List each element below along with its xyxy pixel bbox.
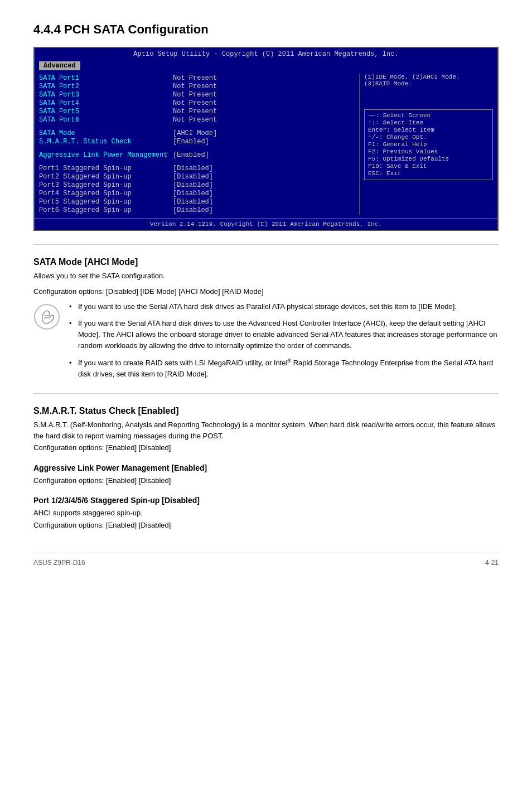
bios-port-label: SATA Port3 — [39, 91, 173, 99]
bios-key-hint: +/-: Change Opt. — [368, 134, 489, 141]
bios-sata-mode-row: SATA Mode [AHCI Mode] — [39, 129, 354, 137]
bios-stagger-row: Port4 Staggered Spin-up[Disabled] — [39, 190, 354, 197]
smart-heading: S.M.A.R.T. Status Check [Enabled] — [33, 406, 499, 416]
bios-port-row: SATA Port3Not Present — [39, 91, 354, 99]
bios-port-label: SATA Port5 — [39, 108, 173, 115]
bios-key-hint: F5: Optimized Defaults — [368, 156, 489, 162]
section-smart: S.M.A.R.T. Status Check [Enabled] S.M.A.… — [33, 406, 499, 453]
bios-stagger-label: Port6 Staggered Spin-up — [39, 206, 173, 214]
bios-tab-advanced[interactable]: Advanced — [39, 61, 80, 70]
smart-desc: S.M.A.R.T. (Self-Monitoring, Analysis an… — [33, 419, 499, 453]
bios-stagger-label: Port4 Staggered Spin-up — [39, 190, 173, 197]
bios-key-hint: F10: Save & Exit — [368, 163, 489, 170]
sata-mode-bullet: If you want to create RAID sets with LSI… — [69, 357, 499, 380]
section-alpm: Aggressive Link Power Management [Enable… — [33, 463, 499, 486]
bios-tab-bar: Advanced — [35, 60, 497, 70]
sata-mode-desc2: Configuration options: [Disabled] [IDE M… — [33, 286, 499, 297]
bios-key-hint: ESC: Exit — [368, 170, 489, 177]
sata-mode-desc1: Allows you to set the SATA configuration… — [33, 270, 499, 282]
page-title: 4.4.4 PCH SATA Configuration — [33, 22, 499, 37]
bios-keys-box: →←: Select Screen↑↓: Select ItemEnter: S… — [364, 109, 493, 180]
bios-port-label: SATA Port2 — [39, 83, 173, 90]
bios-port-value: Not Present — [173, 91, 217, 99]
sata-mode-bullets: If you want to use the Serial ATA hard d… — [69, 301, 499, 385]
bios-stagger-value[interactable]: [Disabled] — [173, 173, 213, 181]
bios-hint-line: (1)IDE Mode. (2)AHCI Mode. — [364, 74, 493, 80]
alpm-desc: Configuration options: [Enabled] [Disabl… — [33, 475, 499, 486]
page-footer: ASUS Z9PR-D16 4-21 — [33, 553, 499, 567]
bios-stagger-value[interactable]: [Disabled] — [173, 206, 213, 214]
bios-stagger-row: Port6 Staggered Spin-up[Disabled] — [39, 206, 354, 214]
bios-stagger-value[interactable]: [Disabled] — [173, 190, 213, 197]
bios-stagger-value[interactable]: [Disabled] — [173, 198, 213, 206]
bios-header: Aptio Setup Utility - Copyright (C) 2011… — [35, 48, 497, 60]
section-spinup: Port 1/2/3/4/5/6 Staggered Spin-up [Disa… — [33, 496, 499, 530]
bios-alpm-value[interactable]: [Enabled] — [173, 151, 209, 159]
bios-port-row: SATA Port6Not Present — [39, 116, 354, 124]
spinup-desc-line: AHCI supports staggered spin-up. — [33, 508, 499, 519]
bios-stagger-container: Port1 Staggered Spin-up[Disabled]Port2 S… — [39, 165, 354, 214]
bios-smart-value[interactable]: [Enabled] — [173, 138, 209, 146]
bios-port-label: SATA Port6 — [39, 116, 173, 124]
info-icon — [33, 303, 61, 332]
sata-mode-bullet: If you want to use the Serial ATA hard d… — [69, 301, 499, 312]
bios-body: SATA Port1Not PresentSATA Port2Not Prese… — [35, 70, 497, 218]
alpm-heading: Aggressive Link Power Management [Enable… — [33, 463, 499, 472]
bios-stagger-label: Port5 Staggered Spin-up — [39, 198, 173, 206]
bios-key-hint: F1: General Help — [368, 141, 489, 148]
bios-port-value: Not Present — [173, 74, 217, 82]
bios-right: (1)IDE Mode. (2)AHCI Mode.(3)RAID Mode. … — [359, 74, 493, 215]
bios-stagger-label: Port1 Staggered Spin-up — [39, 165, 173, 172]
bios-key-hint: F2: Previous Values — [368, 148, 489, 155]
footer-right: 4-21 — [485, 559, 499, 567]
bios-stagger-row: Port3 Staggered Spin-up[Disabled] — [39, 181, 354, 189]
bios-sata-mode-label: SATA Mode — [39, 129, 173, 137]
bios-stagger-label: Port3 Staggered Spin-up — [39, 181, 173, 189]
bios-left: SATA Port1Not PresentSATA Port2Not Prese… — [39, 74, 359, 215]
bios-port-value: Not Present — [173, 99, 217, 107]
bios-stagger-value[interactable]: [Disabled] — [173, 165, 213, 172]
bios-stagger-row: Port2 Staggered Spin-up[Disabled] — [39, 173, 354, 181]
svg-point-0 — [35, 305, 59, 329]
bios-footer: Version 2.14.1219. Copyright (C) 2011 Am… — [35, 218, 497, 230]
bios-port-row: SATA Port5Not Present — [39, 108, 354, 115]
bios-key-hint: ↑↓: Select Item — [368, 119, 489, 126]
smart-desc-line: S.M.A.R.T. (Self-Monitoring, Analysis an… — [33, 419, 499, 441]
divider-2 — [33, 393, 499, 394]
bios-stagger-row: Port1 Staggered Spin-up[Disabled] — [39, 165, 354, 172]
bios-key-hint: Enter: Select Item — [368, 127, 489, 133]
bios-right-hint: (1)IDE Mode. (2)AHCI Mode.(3)RAID Mode. — [364, 74, 493, 87]
sata-mode-info-box: If you want to use the Serial ATA hard d… — [33, 301, 499, 385]
footer-left: ASUS Z9PR-D16 — [33, 559, 85, 567]
divider-1 — [33, 244, 499, 245]
bios-port-value: Not Present — [173, 108, 217, 115]
bios-stagger-row: Port5 Staggered Spin-up[Disabled] — [39, 198, 354, 206]
bios-stagger-value[interactable]: [Disabled] — [173, 181, 213, 189]
bios-smart-row: S.M.A.R.T. Status Check [Enabled] — [39, 138, 354, 146]
bios-port-row: SATA Port4Not Present — [39, 99, 354, 107]
bios-port-value: Not Present — [173, 83, 217, 90]
section-sata-mode: SATA Mode [AHCI Mode] Allows you to set … — [33, 257, 499, 385]
bios-port-row: SATA Port2Not Present — [39, 83, 354, 90]
sata-mode-bullet: If you want the Serial ATA hard disk dri… — [69, 318, 499, 351]
bios-sata-mode-value[interactable]: [AHCI Mode] — [173, 129, 217, 137]
bios-port-label: SATA Port4 — [39, 99, 173, 107]
bios-port-row: SATA Port1Not Present — [39, 74, 354, 82]
bios-key-hint: →←: Select Screen — [368, 112, 489, 119]
spinup-heading: Port 1/2/3/4/5/6 Staggered Spin-up [Disa… — [33, 496, 499, 505]
bios-port-label: SATA Port1 — [39, 74, 173, 82]
spinup-desc-line: Configuration options: [Enabled] [Disabl… — [33, 520, 499, 531]
bios-hint-line: (3)RAID Mode. — [364, 80, 493, 87]
bios-stagger-label: Port2 Staggered Spin-up — [39, 173, 173, 181]
sata-mode-heading: SATA Mode [AHCI Mode] — [33, 257, 499, 267]
bios-port-value: Not Present — [173, 116, 217, 124]
bios-screen: Aptio Setup Utility - Copyright (C) 2011… — [33, 47, 499, 231]
bios-ports: SATA Port1Not PresentSATA Port2Not Prese… — [39, 74, 354, 124]
bios-alpm-row: Aggressive Link Power Management [Enable… — [39, 151, 354, 159]
bios-smart-label: S.M.A.R.T. Status Check — [39, 138, 173, 146]
spinup-desc: AHCI supports staggered spin-up.Configur… — [33, 508, 499, 530]
bios-alpm-label: Aggressive Link Power Management — [39, 151, 173, 159]
smart-desc-line: Configuration options: [Enabled] [Disabl… — [33, 442, 499, 453]
